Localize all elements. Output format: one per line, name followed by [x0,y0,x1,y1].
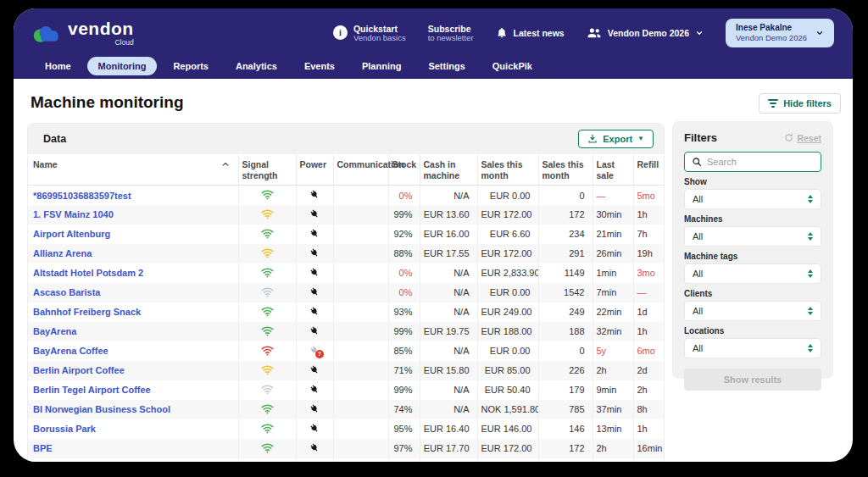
show-results-button[interactable]: Show results [684,369,821,391]
hide-filters-button[interactable]: Hide filters [759,93,841,114]
machine-name-link[interactable]: BPE [33,443,53,453]
subscribe-title: Subscribe [428,24,474,34]
refill-value: 2d [633,361,665,380]
machine-name-link[interactable]: Berlin Airport Coffee [33,365,125,375]
communication-value [333,283,388,302]
table-row: Borussia Park [28,419,665,439]
signal-strength-icon [261,364,274,375]
machine-name-link[interactable]: BI Norwegian Business School [33,404,170,414]
nav-item-events[interactable]: Events [293,57,346,75]
cash-in-machine-value: N/A [420,263,477,283]
user-menu[interactable]: Inese Pakalne Vendon Demo 2026 [726,19,834,47]
machine-name-link[interactable]: *869951036883597test [33,191,131,201]
column-header-sales-this-month-count[interactable]: Sales this month [538,154,593,186]
signal-strength-icon [261,228,274,239]
org-switcher[interactable]: Vendon Demo 2026 [587,27,704,39]
nav-item-reports[interactable]: Reports [162,57,220,75]
table-row: BayArena Coffee [28,341,665,361]
last-sale-value: 2h [593,439,633,458]
data-panel: Data Export ▼ [27,123,665,462]
machine-name-link[interactable]: Berlin Tegel Airport Coffee [33,385,151,395]
reset-filters-button[interactable]: Reset [784,133,821,143]
sales-this-month-count: 291 [538,244,593,263]
nav-item-analytics[interactable]: Analytics [225,57,288,75]
cash-in-machine-value: EUR 16.40 [420,419,477,439]
filter-label: Machines [684,214,821,224]
filter-select-machine-tags[interactable]: All [684,263,821,284]
column-header-last-sale[interactable]: Last sale [593,154,633,186]
refill-value: 1d [633,302,665,322]
machine-name-link[interactable]: Ascaso Barista [33,287,101,297]
last-sale-value: 37min [593,400,633,419]
stock-value: 71% [388,361,420,380]
communication-value [333,419,388,439]
column-header-stock[interactable]: Stock [388,154,420,186]
last-sale-value: 26min [593,244,633,263]
nav-item-home[interactable]: Home [34,57,82,75]
filters-panel: Filters Reset Show All [672,121,833,379]
reset-label: Reset [797,133,821,143]
stock-value: 97% [388,439,420,458]
export-button[interactable]: Export ▼ [578,130,654,148]
column-header-power[interactable]: Power [296,154,333,186]
filter-select-machines[interactable]: All [684,226,821,247]
sales-this-month-count: 208 [538,458,593,462]
hide-filters-label: Hide filters [783,98,832,108]
sales-this-month-count: 0 [538,186,593,205]
nav-item-planning[interactable]: Planning [351,57,412,75]
latest-news-link[interactable]: Latest news [496,26,565,39]
communication-value [333,225,388,244]
last-sale-value: 21min [593,225,633,244]
last-sale-value: 3min [593,458,633,462]
quickstart-link[interactable]: i Quickstart Vendon basics [333,24,406,43]
filter-select-locations[interactable]: All [684,338,821,358]
column-header-name[interactable]: Name [28,154,238,186]
subscribe-link[interactable]: Subscribe to newsletter [428,24,474,43]
nav-item-settings[interactable]: Settings [417,57,476,75]
cash-in-machine-value: EUR 17.55 [420,244,477,263]
machine-name-link[interactable]: Altstadt Hotel Potsdam 2 [33,268,143,278]
machine-name-link[interactable]: Allianz Arena [33,248,92,258]
filter-select-show[interactable]: All [684,189,821,209]
sales-this-month-count: 172 [538,205,593,225]
column-header-signal-strength[interactable]: Signal strength [238,154,296,186]
filter-select-value: All [693,269,703,279]
nav-item-quickpik[interactable]: QuickPik [481,57,543,75]
vendon-logo[interactable]: vendon Cloud [32,19,134,47]
last-sale-value: 1min [593,263,633,283]
filter-select-value: All [693,231,703,241]
column-header-cash-in-machine[interactable]: Cash in machine [420,154,477,186]
name-column-label: Name [33,159,58,170]
stock-value: 0% [388,283,420,302]
machine-name-link[interactable]: 1. FSV Mainz 1040 [33,209,114,219]
select-spinner-icon [808,195,813,203]
info-icon: i [333,25,348,40]
machine-name-link[interactable]: BayArena Coffee [33,346,108,356]
machine-name-link[interactable]: Borussia Park [33,424,96,434]
nav-item-monitoring[interactable]: Monitoring [87,57,158,75]
sales-this-month-amount: NOK 1,591.80 [477,400,538,419]
refill-value: 1h [633,419,665,439]
chevron-down-icon [695,29,704,37]
search-input[interactable] [707,157,814,167]
filter-select-clients[interactable]: All [684,301,821,321]
stock-value: 88% [388,244,420,263]
communication-value [333,341,388,361]
table-row: Berlin Tegel Airport Coffee [28,380,665,400]
column-header-refill[interactable]: Refill [633,154,665,186]
machine-name-link[interactable]: Bahnhof Freiberg Snack [33,307,141,317]
column-header-sales-this-month-amount[interactable]: Sales this month [477,154,538,186]
refill-value: 5mo [633,186,665,205]
signal-strength-icon [261,189,274,200]
table-row: BPE [28,439,665,458]
sort-ascending-icon [221,160,230,169]
brand-name: vendon [68,19,134,37]
refill-value: 7h [633,225,665,244]
cash-in-machine-value: EUR 19.75 [420,322,477,341]
export-label: Export [603,134,632,144]
machine-name-link[interactable]: Airport Altenburg [33,229,110,239]
machine-name-link[interactable]: BayArena [33,326,76,336]
signal-strength-icon [261,306,274,317]
column-header-communication[interactable]: Communication [333,154,388,186]
communication-value [333,205,388,225]
